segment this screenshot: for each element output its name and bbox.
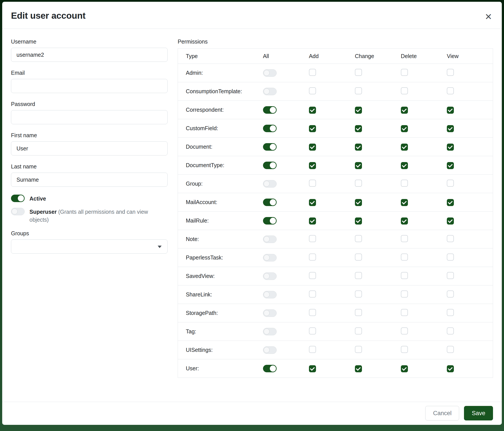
perm-delete-checkbox[interactable] bbox=[401, 199, 408, 206]
perm-all-toggle[interactable] bbox=[263, 180, 277, 188]
perm-all-toggle[interactable] bbox=[263, 198, 277, 206]
perm-delete-checkbox[interactable] bbox=[401, 125, 408, 132]
perm-add-checkbox[interactable] bbox=[309, 199, 316, 206]
password-field[interactable] bbox=[11, 110, 168, 124]
perm-view-checkbox[interactable] bbox=[447, 162, 454, 169]
perm-type-label: CustomField: bbox=[178, 125, 263, 132]
last-name-field[interactable] bbox=[11, 173, 168, 187]
perm-change-checkbox[interactable] bbox=[355, 144, 362, 151]
perm-all-toggle[interactable] bbox=[263, 235, 277, 243]
perm-view-checkbox[interactable] bbox=[447, 309, 454, 316]
save-button[interactable]: Save bbox=[464, 406, 493, 421]
perm-view-checkbox[interactable] bbox=[447, 199, 454, 206]
perm-add-checkbox[interactable] bbox=[309, 217, 316, 224]
perm-delete-checkbox[interactable] bbox=[401, 365, 408, 372]
perm-delete-checkbox[interactable] bbox=[401, 235, 408, 242]
perm-add-checkbox[interactable] bbox=[309, 272, 316, 279]
perm-delete-checkbox[interactable] bbox=[401, 217, 408, 224]
perm-all-toggle[interactable] bbox=[263, 217, 277, 224]
perm-change-checkbox[interactable] bbox=[355, 180, 362, 187]
perm-change-checkbox[interactable] bbox=[355, 125, 362, 132]
perm-view-checkbox[interactable] bbox=[447, 69, 454, 76]
perm-delete-checkbox[interactable] bbox=[401, 180, 408, 187]
perm-view-checkbox[interactable] bbox=[447, 290, 454, 297]
perm-all-toggle[interactable] bbox=[263, 88, 277, 95]
perm-delete-checkbox[interactable] bbox=[401, 162, 408, 169]
perm-all-toggle[interactable] bbox=[263, 254, 277, 261]
perm-all-toggle[interactable] bbox=[263, 328, 277, 335]
perm-all-toggle[interactable] bbox=[263, 162, 277, 169]
perm-delete-checkbox[interactable] bbox=[401, 346, 408, 353]
perm-all-toggle[interactable] bbox=[263, 143, 277, 151]
perm-delete-checkbox[interactable] bbox=[401, 87, 408, 94]
perm-all-toggle[interactable] bbox=[263, 309, 277, 317]
perm-change-checkbox[interactable] bbox=[355, 87, 362, 94]
perm-add-checkbox[interactable] bbox=[309, 327, 316, 334]
perm-change-checkbox[interactable] bbox=[355, 217, 362, 224]
perm-delete-checkbox[interactable] bbox=[401, 107, 408, 114]
perm-change-checkbox[interactable] bbox=[355, 107, 362, 114]
perm-change-checkbox[interactable] bbox=[355, 235, 362, 242]
toggle-knob bbox=[264, 70, 270, 76]
perm-add-checkbox[interactable] bbox=[309, 235, 316, 242]
superuser-toggle[interactable] bbox=[11, 208, 25, 215]
perm-view-checkbox[interactable] bbox=[447, 346, 454, 353]
perm-delete-checkbox[interactable] bbox=[401, 272, 408, 279]
close-button[interactable]: ✕ bbox=[485, 10, 493, 21]
perm-add-checkbox[interactable] bbox=[309, 309, 316, 316]
perm-delete-checkbox[interactable] bbox=[401, 69, 408, 76]
perm-view-checkbox[interactable] bbox=[447, 87, 454, 94]
perm-view-checkbox[interactable] bbox=[447, 217, 454, 224]
perm-add-checkbox[interactable] bbox=[309, 290, 316, 297]
perm-add-checkbox[interactable] bbox=[309, 107, 316, 114]
perm-view-checkbox[interactable] bbox=[447, 180, 454, 187]
perm-change-checkbox[interactable] bbox=[355, 309, 362, 316]
perm-add-checkbox[interactable] bbox=[309, 69, 316, 76]
perm-view-checkbox[interactable] bbox=[447, 235, 454, 242]
perm-add-checkbox[interactable] bbox=[309, 180, 316, 187]
perm-change-checkbox[interactable] bbox=[355, 346, 362, 353]
perm-view-checkbox[interactable] bbox=[447, 327, 454, 334]
perm-delete-checkbox[interactable] bbox=[401, 253, 408, 260]
perm-change-checkbox[interactable] bbox=[355, 69, 362, 76]
perm-change-checkbox[interactable] bbox=[355, 162, 362, 169]
perm-change-checkbox[interactable] bbox=[355, 290, 362, 297]
email-field[interactable] bbox=[11, 79, 168, 93]
perm-all-toggle[interactable] bbox=[263, 346, 277, 354]
perm-delete-checkbox[interactable] bbox=[401, 290, 408, 297]
perm-add-checkbox[interactable] bbox=[309, 162, 316, 169]
perm-delete-checkbox[interactable] bbox=[401, 309, 408, 316]
perm-delete-checkbox[interactable] bbox=[401, 144, 408, 151]
perm-change-checkbox[interactable] bbox=[355, 327, 362, 334]
perm-all-toggle[interactable] bbox=[263, 69, 277, 77]
groups-select[interactable] bbox=[11, 240, 168, 253]
perm-all-toggle[interactable] bbox=[263, 125, 277, 132]
perm-all-toggle[interactable] bbox=[263, 291, 277, 298]
perm-view-checkbox[interactable] bbox=[447, 107, 454, 114]
perm-view-checkbox[interactable] bbox=[447, 272, 454, 279]
perm-add-checkbox[interactable] bbox=[309, 125, 316, 132]
active-toggle[interactable] bbox=[11, 195, 25, 202]
perm-add-checkbox[interactable] bbox=[309, 346, 316, 353]
perm-view-checkbox[interactable] bbox=[447, 253, 454, 260]
perm-all-toggle[interactable] bbox=[263, 365, 277, 372]
username-input[interactable] bbox=[11, 48, 168, 62]
perm-change-checkbox[interactable] bbox=[355, 253, 362, 260]
perm-all-toggle[interactable] bbox=[263, 272, 277, 280]
perm-add-checkbox[interactable] bbox=[309, 144, 316, 151]
last-name-label: Last name bbox=[11, 163, 168, 170]
perm-change-checkbox[interactable] bbox=[355, 365, 362, 372]
perm-view-checkbox[interactable] bbox=[447, 125, 454, 132]
cancel-button[interactable]: Cancel bbox=[425, 406, 459, 421]
perm-view-checkbox[interactable] bbox=[447, 365, 454, 372]
perm-change-checkbox[interactable] bbox=[355, 272, 362, 279]
perm-add-checkbox[interactable] bbox=[309, 87, 316, 94]
perm-change-checkbox[interactable] bbox=[355, 199, 362, 206]
perm-add-checkbox[interactable] bbox=[309, 365, 316, 372]
perm-view-checkbox[interactable] bbox=[447, 144, 454, 151]
first-name-field[interactable] bbox=[11, 141, 168, 155]
perm-all-toggle[interactable] bbox=[263, 106, 277, 114]
toggle-knob bbox=[270, 366, 276, 372]
perm-add-checkbox[interactable] bbox=[309, 253, 316, 260]
perm-delete-checkbox[interactable] bbox=[401, 327, 408, 334]
